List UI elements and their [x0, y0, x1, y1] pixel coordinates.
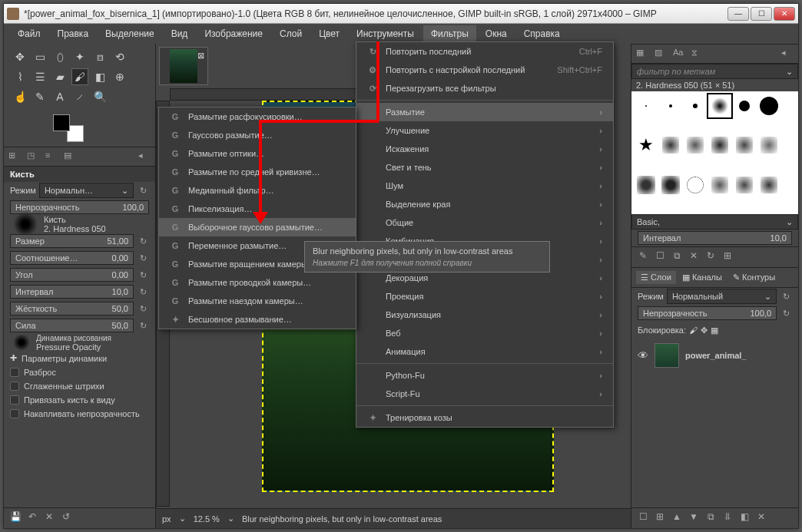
filters-python-fu[interactable]: Python-Fu› — [356, 366, 613, 385]
dyn-params-label[interactable]: Параметры динамики — [22, 354, 107, 363]
angle-slider[interactable]: Угол0,00 — [10, 268, 134, 282]
lock-brush-checkbox[interactable] — [10, 395, 19, 405]
expand-icon[interactable]: ✚ — [10, 353, 17, 363]
layer-name[interactable]: power_animal_ — [685, 351, 746, 360]
mode-dropdown[interactable]: Нормальн…⌄ — [39, 183, 134, 198]
paths-tab[interactable]: ✎ Контуры — [728, 271, 780, 284]
filters-light[interactable]: Свет и тень› — [356, 158, 613, 177]
patterns-tab-icon[interactable]: ▨ — [655, 48, 667, 60]
del-brush-icon[interactable]: ✕ — [687, 250, 701, 264]
filters-edge[interactable]: Выделение края› — [356, 195, 613, 213]
tool-clone-icon[interactable]: ⊕ — [111, 68, 128, 85]
tool-text-icon[interactable]: ☰ — [31, 68, 48, 85]
force-reset-icon[interactable]: ↻ — [137, 321, 149, 331]
blur-tileable[interactable]: ✦Бесшовное размывание… — [159, 310, 356, 329]
interval-reset-icon[interactable]: ↻ — [137, 287, 149, 297]
filters-animation[interactable]: Анимация› — [356, 342, 613, 361]
blur-median[interactable]: GМедианный фильтр… — [159, 181, 356, 200]
interval-slider[interactable]: Интервал10,0 — [10, 285, 134, 299]
tool-type-icon[interactable]: A — [51, 88, 68, 105]
filters-map[interactable]: Проекция› — [356, 287, 613, 306]
filters-blur[interactable]: Размытие› — [356, 103, 613, 121]
blur-lens[interactable]: GРазмытие оптики… — [159, 144, 356, 163]
layer-opacity-slider[interactable]: Непрозрачность100,0 — [638, 306, 777, 320]
dynamics-icon[interactable] — [13, 334, 30, 351]
filters-script-fu[interactable]: Script-Fu› — [356, 385, 613, 403]
visibility-icon[interactable]: 👁 — [638, 349, 648, 362]
edit-brush-icon[interactable]: ✎ — [636, 250, 650, 264]
lock-alpha-icon[interactable]: ▦ — [711, 325, 718, 335]
filters-repeat-last[interactable]: ↻Повторить последнийCtrl+F — [356, 42, 613, 61]
tool-warp-icon[interactable]: ⌇ — [12, 68, 28, 85]
close-button[interactable]: ✕ — [774, 7, 795, 21]
blur-selective-gaussian[interactable]: GВыборочное гауссово размытие… — [159, 218, 356, 236]
menu-colors[interactable]: Цвет — [311, 25, 347, 42]
menu-file[interactable]: Файл — [10, 25, 48, 42]
blur-linear-motion[interactable]: GРазмытие проводкой камеры… — [159, 273, 356, 292]
force-slider[interactable]: Сила50,0 — [10, 319, 134, 332]
reset-preset-icon[interactable]: ↺ — [59, 511, 73, 525]
menu-view[interactable]: Вид — [164, 25, 196, 42]
hardness-slider[interactable]: Жёсткость50,0 — [10, 302, 134, 316]
layer-mode-dropdown[interactable]: Нормальный⌄ — [667, 289, 777, 304]
del-layer-icon[interactable]: ✕ — [754, 511, 768, 525]
blur-mean-curvature[interactable]: GРазмытие по средней кривизне… — [159, 163, 356, 181]
dup-layer-icon[interactable]: ⧉ — [704, 511, 717, 525]
history-tab-icon[interactable]: ⧖ — [691, 48, 704, 60]
tab-device-icon[interactable]: ◳ — [27, 150, 39, 163]
menu-windows[interactable]: Окна — [478, 25, 515, 42]
refresh-brush-icon[interactable]: ↻ — [704, 250, 717, 264]
save-preset-icon[interactable]: 💾 — [8, 511, 22, 525]
minimize-button[interactable]: — — [727, 7, 749, 21]
menu-image[interactable]: Изображение — [197, 25, 270, 42]
color-swatches[interactable] — [53, 114, 84, 142]
layer-mode-reset-icon[interactable]: ↻ — [780, 292, 792, 302]
angle-reset-icon[interactable]: ↻ — [137, 270, 149, 280]
maximize-button[interactable]: ☐ — [751, 7, 772, 21]
tool-eraser-icon[interactable]: ◧ — [91, 68, 108, 85]
menu-edit[interactable]: Правка — [50, 25, 97, 42]
panel-menu-icon[interactable]: ◂ — [781, 48, 794, 60]
ratio-slider[interactable]: Соотношение…0,00 — [10, 251, 134, 265]
tab-tool-options-icon[interactable]: ⊞ — [8, 150, 21, 163]
tool-move-icon[interactable]: ✥ — [12, 48, 28, 65]
mask-layer-icon[interactable]: ◧ — [737, 511, 751, 525]
panel-menu-icon[interactable]: ◂ — [138, 150, 151, 163]
tab-close-icon[interactable]: ⊠ — [197, 51, 204, 61]
smooth-checkbox[interactable] — [10, 382, 19, 391]
menu-select[interactable]: Выделение — [98, 25, 162, 42]
hardness-reset-icon[interactable]: ↻ — [137, 304, 149, 314]
filters-generic[interactable]: Общие› — [356, 213, 613, 232]
tool-crop-icon[interactable]: ⧈ — [91, 48, 108, 65]
tab-history-icon[interactable]: ≡ — [45, 150, 58, 163]
tool-measure-icon[interactable]: ⟋ — [71, 88, 88, 105]
menu-filters[interactable]: Фильтры — [423, 25, 476, 42]
tool-bucket-icon[interactable]: ▰ — [51, 68, 68, 85]
filters-goat[interactable]: ✦Тренировка козы — [356, 408, 613, 427]
menu-layer[interactable]: Слой — [272, 25, 310, 42]
accumulate-checkbox[interactable] — [10, 409, 19, 418]
layer-group-icon[interactable]: ⊞ — [653, 511, 667, 525]
filters-reload[interactable]: ⟳Перезагрузить все фильтры — [356, 79, 613, 97]
new-brush-icon[interactable]: ☐ — [653, 250, 667, 264]
filters-enhance[interactable]: Улучшение› — [356, 121, 613, 140]
mode-reset-icon[interactable]: ↻ — [137, 186, 149, 196]
tool-lasso-icon[interactable]: ⬯ — [51, 48, 68, 65]
layer-up-icon[interactable]: ▲ — [670, 511, 684, 525]
blur-focus[interactable]: GРазмытие расфокусировки… — [159, 107, 356, 126]
tool-path-icon[interactable]: ✎ — [31, 88, 48, 105]
blur-zoom-motion[interactable]: GРазмытие наездом камеры… — [159, 292, 356, 310]
tab-images-icon[interactable]: ▤ — [64, 150, 76, 163]
size-reset-icon[interactable]: ↻ — [137, 236, 149, 246]
lock-position-icon[interactable]: ✥ — [701, 325, 708, 335]
scatter-checkbox[interactable] — [10, 368, 19, 377]
tool-rect-select-icon[interactable]: ▭ — [31, 48, 48, 65]
image-tab[interactable]: ⊠ — [159, 47, 208, 85]
merge-layer-icon[interactable]: ⥥ — [721, 511, 734, 525]
new-layer-icon[interactable]: ☐ — [636, 511, 650, 525]
tool-smudge-icon[interactable]: ☝ — [12, 88, 28, 105]
filters-distort[interactable]: Искажения› — [356, 140, 613, 158]
opacity-reset-icon[interactable]: ↻ — [780, 309, 792, 319]
brush-grid[interactable]: ★ — [631, 91, 798, 214]
restore-preset-icon[interactable]: ↶ — [25, 511, 39, 525]
